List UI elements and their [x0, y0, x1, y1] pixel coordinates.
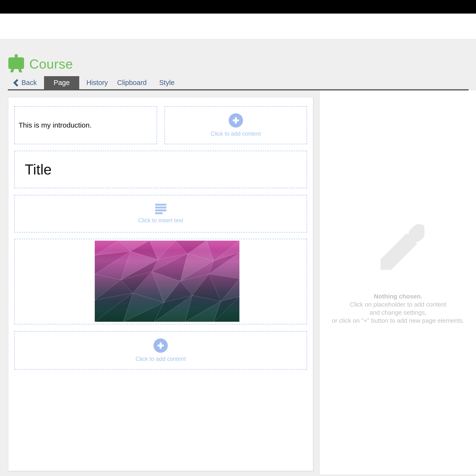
- top-black-bar: [0, 0, 476, 14]
- intro-text: This is my introduction.: [18, 121, 92, 129]
- add-content-label: Click to add content: [136, 356, 186, 362]
- easel-icon: [8, 54, 24, 72]
- pencil-icon: [374, 224, 424, 275]
- tab-history[interactable]: History: [85, 76, 109, 89]
- placeholder-title[interactable]: Title: [14, 151, 307, 188]
- plus-icon: [153, 339, 168, 353]
- text-lines-icon: [155, 204, 166, 214]
- page-canvas: This is my introduction. Click to add co…: [8, 97, 313, 471]
- back-button[interactable]: Back: [13, 76, 37, 89]
- hint-line-3: or click on "+" button to add new page e…: [320, 317, 476, 325]
- insert-text-label: Click to insert text: [138, 217, 183, 224]
- inspector-panel: Nothing chosen. Click on placeholder to …: [320, 90, 476, 474]
- back-label: Back: [21, 79, 37, 87]
- hint-line-1: Click on placeholder to add content: [320, 300, 476, 308]
- add-content-label: Click to add content: [211, 130, 261, 137]
- plus-icon: [229, 113, 243, 128]
- tab-clipboard[interactable]: Clipboard: [117, 76, 146, 89]
- placeholder-image[interactable]: [14, 239, 307, 324]
- placeholder-insert-text[interactable]: Click to insert text: [14, 195, 307, 233]
- low-poly-gradient-image: [95, 241, 239, 322]
- tab-page[interactable]: Page: [44, 76, 79, 89]
- title-text: Title: [25, 161, 52, 178]
- page-title: Course: [29, 56, 73, 72]
- placeholder-add-content-2[interactable]: Click to add content: [14, 331, 307, 370]
- nothing-chosen-text: Nothing chosen.: [320, 292, 476, 300]
- chevron-left-icon: [13, 79, 18, 87]
- placeholder-add-content-1[interactable]: Click to add content: [165, 106, 307, 144]
- tab-bar: Back Page History Clipboard Style: [0, 76, 476, 89]
- tab-style[interactable]: Style: [158, 76, 176, 89]
- inspector-hint: Nothing chosen. Click on placeholder to …: [320, 292, 476, 325]
- hint-line-2: and change settings,: [320, 308, 476, 317]
- placeholder-intro-text[interactable]: This is my introduction.: [14, 106, 157, 144]
